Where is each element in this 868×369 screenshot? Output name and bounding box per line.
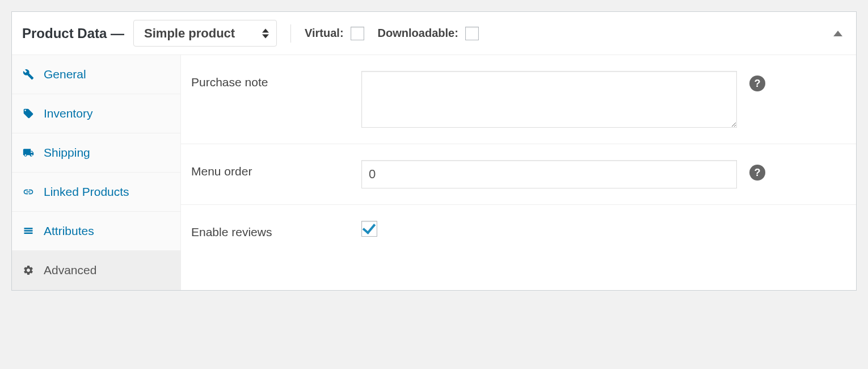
tab-general[interactable]: General [12, 55, 180, 94]
panel-body: General Inventory Shipping Linked Produc… [12, 55, 856, 290]
tab-label: General [44, 68, 86, 81]
vertical-divider [290, 24, 291, 43]
virtual-option: Virtual: [305, 27, 364, 40]
product-type-select-wrap: Simple product [133, 20, 277, 47]
tab-inventory[interactable]: Inventory [12, 94, 180, 133]
wrench-icon [22, 68, 35, 81]
tab-label: Linked Products [44, 185, 129, 199]
help-icon[interactable]: ? [749, 165, 765, 181]
tab-label: Inventory [44, 107, 92, 120]
tab-label: Advanced [44, 263, 96, 277]
tab-label: Shipping [44, 146, 90, 160]
downloadable-option: Downloadable: [378, 27, 479, 40]
purchase-note-row: Purchase note ? [181, 55, 856, 144]
menu-order-row: Menu order ? [181, 144, 856, 205]
tab-label: Attributes [44, 224, 94, 238]
downloadable-label: Downloadable: [378, 27, 458, 40]
enable-reviews-checkbox[interactable] [361, 221, 377, 237]
product-data-panel: Product Data — Simple product Virtual: D… [11, 11, 857, 291]
tab-content: Purchase note ? Menu order ? Enable revi… [181, 55, 856, 290]
menu-order-label: Menu order [191, 160, 361, 178]
tab-shipping[interactable]: Shipping [12, 133, 180, 173]
downloadable-checkbox[interactable] [465, 27, 479, 40]
tab-linked-products[interactable]: Linked Products [12, 173, 180, 212]
product-type-select[interactable]: Simple product [133, 20, 277, 47]
enable-reviews-row: Enable reviews [181, 205, 856, 255]
link-icon [22, 186, 35, 198]
panel-title: Product Data — [22, 26, 124, 41]
virtual-label: Virtual: [305, 27, 344, 40]
purchase-note-label: Purchase note [191, 71, 361, 89]
truck-icon [22, 146, 35, 159]
help-icon[interactable]: ? [749, 76, 765, 91]
panel-header: Product Data — Simple product Virtual: D… [12, 12, 856, 55]
tabs-sidebar: General Inventory Shipping Linked Produc… [12, 55, 181, 290]
tab-advanced[interactable]: Advanced [12, 251, 180, 290]
collapse-toggle-icon[interactable] [833, 31, 842, 36]
tag-icon [22, 107, 35, 120]
menu-order-input[interactable] [361, 160, 737, 188]
tab-attributes[interactable]: Attributes [12, 212, 180, 251]
list-icon [22, 225, 35, 237]
enable-reviews-label: Enable reviews [191, 221, 361, 239]
purchase-note-input[interactable] [361, 71, 737, 128]
gear-icon [22, 264, 35, 276]
virtual-checkbox[interactable] [351, 27, 364, 40]
